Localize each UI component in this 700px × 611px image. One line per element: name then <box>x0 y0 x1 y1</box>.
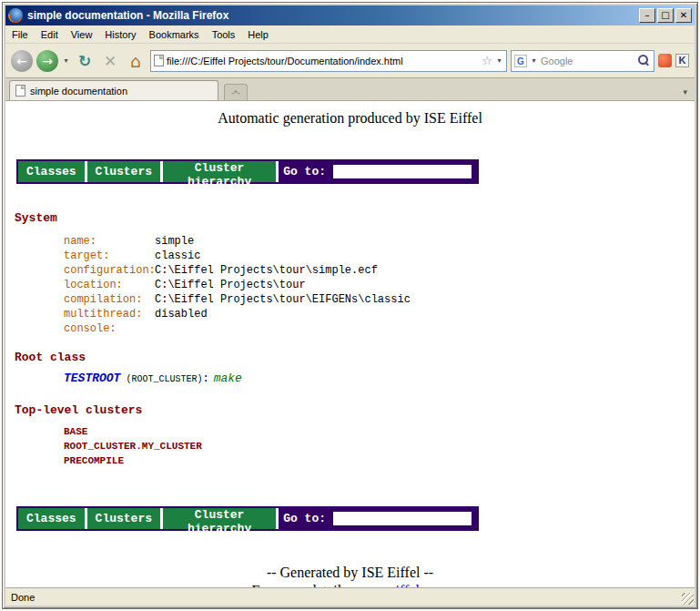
search-engine-dropdown-icon[interactable]: ▾ <box>530 56 538 65</box>
system-row-value: C:\Eiffel Projects\tour\EIFGENs\classic <box>155 292 411 307</box>
page-content: Automatic generation produced by ISE Eif… <box>5 101 695 587</box>
list-all-tabs-icon[interactable]: ▾ <box>679 87 691 100</box>
resize-grip[interactable] <box>682 593 694 605</box>
cluster-hierarchy-button[interactable]: Cluster hierarchy <box>163 161 276 182</box>
system-row-label: target: <box>64 249 155 263</box>
search-bar: G ▾ <box>511 50 654 72</box>
goto-zone: Go to: <box>279 161 477 182</box>
system-row-value: classic <box>155 249 200 263</box>
url-bar: ☆ ▾ <box>150 50 507 72</box>
footer-line1: -- Generated by ISE Eiffel -- <box>5 564 695 582</box>
tab-label: simple documentation <box>30 86 212 97</box>
back-icon[interactable]: ← <box>11 50 33 72</box>
root-cluster-ref: (ROOT_CLUSTER) <box>126 374 202 384</box>
tab-simple-documentation[interactable]: simple documentation <box>9 80 218 100</box>
firefox-icon <box>8 8 23 23</box>
root-class-line: TESTROOT(ROOT_CLUSTER):make <box>64 372 695 387</box>
cluster-hierarchy-button[interactable]: Cluster hierarchy <box>163 508 276 529</box>
eiffel-toolbar-top: Classes Clusters Cluster hierarchy Go to… <box>16 159 479 184</box>
menu-history[interactable]: History <box>98 27 142 42</box>
search-input[interactable] <box>541 56 635 66</box>
addon-red-icon[interactable] <box>658 54 672 67</box>
menu-help[interactable]: Help <box>241 27 275 42</box>
tab-favicon <box>15 85 25 97</box>
history-dropdown-icon[interactable]: ▾ <box>62 56 70 65</box>
browser-window: simple documentation - Mozilla Firefox –… <box>2 2 698 609</box>
new-tab-button[interactable]: -*- <box>224 84 248 100</box>
page-footer: -- Generated by ISE Eiffel -- For more d… <box>5 564 695 587</box>
clusters-button[interactable]: Clusters <box>87 161 160 182</box>
system-row-label: name: <box>64 234 155 249</box>
maximize-button[interactable]: □ <box>657 8 674 23</box>
root-separator: : <box>202 372 208 385</box>
system-row-label: multithread: <box>64 307 155 321</box>
cluster-item-base[interactable]: BASE <box>64 424 695 439</box>
menu-bookmarks[interactable]: Bookmarks <box>143 27 206 42</box>
system-row: name: simple <box>64 234 695 249</box>
page-header: Automatic generation produced by ISE Eif… <box>5 110 695 127</box>
classes-button[interactable]: Classes <box>18 508 85 529</box>
classes-button[interactable]: Classes <box>18 161 85 182</box>
system-row-value: simple <box>155 234 194 249</box>
home-icon[interactable]: ⌂ <box>125 51 147 71</box>
titlebar: simple documentation - Mozilla Firefox –… <box>5 5 695 25</box>
stop-icon[interactable]: ✕ <box>99 52 121 70</box>
system-row: configuration: C:\Eiffel Projects\tour\s… <box>64 263 695 278</box>
system-row-label: configuration: <box>64 263 155 278</box>
system-row-value: C:\Eiffel Projects\tour\simple.ecf <box>155 263 378 278</box>
system-row-value: disabled <box>155 307 208 321</box>
system-heading: System <box>15 211 695 225</box>
goto-label: Go to: <box>283 165 326 178</box>
reload-icon[interactable]: ↻ <box>74 52 96 70</box>
root-class-heading: Root class <box>15 351 695 364</box>
menubar: File Edit View History Bookmarks Tools H… <box>5 25 695 44</box>
system-row: target: classic <box>64 249 695 263</box>
cluster-item-root-cluster[interactable]: ROOT_CLUSTER.MY_CLUSTER <box>64 439 695 453</box>
goto-label: Go to: <box>283 512 326 525</box>
forward-icon[interactable]: → <box>36 50 58 72</box>
system-row: location: C:\Eiffel Projects\tour <box>64 278 695 292</box>
close-button[interactable]: ✕ <box>675 8 692 23</box>
cluster-item-precompile[interactable]: PRECOMPILE <box>64 453 695 468</box>
menu-tools[interactable]: Tools <box>206 27 242 42</box>
system-row: multithread: disabled <box>64 307 695 321</box>
window-title: simple documentation - Mozilla Firefox <box>27 9 637 22</box>
root-creation-procedure: make <box>214 372 242 385</box>
system-row: console: <box>64 321 695 336</box>
minimize-button[interactable]: – <box>639 8 655 23</box>
clusters-button[interactable]: Clusters <box>87 508 160 529</box>
system-row: compilation: C:\Eiffel Projects\tour\EIF… <box>64 292 695 307</box>
url-input[interactable] <box>167 56 479 66</box>
system-row-value: C:\Eiffel Projects\tour <box>155 278 306 292</box>
addon-k-icon[interactable]: K <box>675 54 689 67</box>
google-icon: G <box>514 55 527 67</box>
menu-file[interactable]: File <box>5 27 35 42</box>
clusters-heading: Top-level clusters <box>15 403 695 417</box>
tab-bar: simple documentation -*- ▾ <box>5 78 695 101</box>
navigation-toolbar: ← → ▾ ↻ ✕ ⌂ ☆ ▾ G ▾ K <box>5 44 695 78</box>
page-favicon <box>154 55 164 66</box>
goto-input[interactable] <box>332 511 472 526</box>
status-bar: Done <box>5 587 695 606</box>
status-text: Done <box>11 592 35 603</box>
eiffel-toolbar-bottom: Classes Clusters Cluster hierarchy Go to… <box>16 506 479 531</box>
menu-view[interactable]: View <box>65 27 99 42</box>
system-row-label: console: <box>64 321 155 336</box>
search-icon[interactable] <box>638 55 651 67</box>
system-row-label: location: <box>64 278 155 292</box>
menu-edit[interactable]: Edit <box>35 27 65 42</box>
goto-input[interactable] <box>332 164 472 179</box>
goto-zone: Go to: <box>279 508 477 529</box>
system-row-label: compilation: <box>64 292 155 307</box>
url-dropdown-icon[interactable]: ▾ <box>495 56 503 65</box>
bookmark-star-icon[interactable]: ☆ <box>482 54 492 67</box>
root-class-link[interactable]: TESTROOT <box>64 372 120 385</box>
